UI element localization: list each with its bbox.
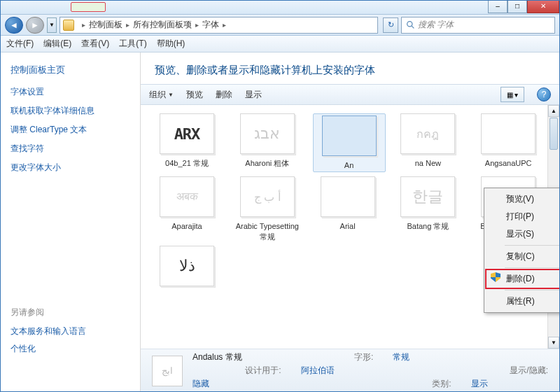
details-style-label: 字形: (301, 351, 374, 363)
font-thumbnail: अबक (160, 176, 214, 217)
minimize-button[interactable]: – (488, 0, 507, 13)
titlebar-ghost-highlight (71, 2, 106, 12)
sidebar: 控制面板主页 字体设置 联机获取字体详细信息 调整 ClearType 文本 查… (1, 52, 141, 392)
font-label: Aharoni 粗体 (245, 158, 289, 168)
details-design-label: 设计用于: (192, 365, 281, 377)
details-cat-label: 类别: (393, 378, 451, 390)
scroll-thumb[interactable] (550, 118, 558, 150)
details-cat-value: 显示 (471, 378, 549, 390)
font-thumbnail (481, 113, 536, 154)
font-item[interactable]: กคฎna New (393, 113, 463, 172)
font-item[interactable]: 한글Batang 常规 (393, 176, 463, 241)
shield-icon (491, 272, 500, 282)
maximize-button[interactable]: □ (507, 0, 527, 13)
menu-view[interactable]: 查看(V) (81, 38, 109, 50)
sidebar-link-cleartype[interactable]: 调整 ClearType 文本 (10, 124, 130, 136)
font-thumbnail: กคฎ (400, 113, 455, 154)
search-input[interactable]: 搜索 字体 (401, 17, 555, 34)
menu-tools[interactable]: 工具(T) (119, 38, 146, 50)
details-hide-value: 隐藏 (192, 378, 281, 390)
sidebar-links: 字体设置 联机获取字体详细信息 调整 ClearType 文本 查找字符 更改字… (10, 86, 130, 174)
svg-line-1 (412, 26, 414, 28)
font-label: An (344, 160, 354, 170)
details-hide-label: 显示/隐藏: (471, 365, 549, 377)
folder-icon (63, 20, 74, 31)
font-item[interactable]: ذلا (152, 246, 222, 290)
toolbar-organize[interactable]: 组织 ▼ (149, 89, 174, 101)
font-label: Aparajita (172, 221, 202, 231)
view-mode-button[interactable]: ▦ ▾ (500, 87, 524, 102)
details-design-value: 阿拉伯语 (301, 365, 374, 377)
see-also-text-services[interactable]: 文本服务和输入语言 (10, 326, 130, 337)
ctx-separator (505, 290, 560, 290)
crumb-all-items[interactable]: 所有控制面板项 (133, 19, 192, 31)
font-label: 04b_21 常规 (165, 158, 209, 168)
breadcrumb[interactable]: ▸ 控制面板 ▸ 所有控制面板项 ▸ 字体 ▸ (59, 17, 378, 34)
content-area: 预览、删除或者显示和隐藏计算机上安装的字体 组织 ▼ 预览 删除 显示 ▦ ▾ … (141, 52, 559, 392)
details-font-name: Andalus 常规 (192, 351, 281, 363)
window-controls: – □ ✕ (488, 0, 559, 13)
font-item[interactable]: أ ب جArabic Typesetting 常规 (232, 176, 302, 241)
menu-file[interactable]: 文件(F) (6, 38, 34, 50)
scroll-up-button[interactable]: ▲ (548, 105, 559, 117)
see-also-personalization[interactable]: 个性化 (10, 343, 130, 355)
menu-help[interactable]: 帮助(H) (157, 38, 186, 50)
forward-button[interactable]: ► (26, 17, 44, 34)
font-label: Batang 常规 (407, 221, 449, 231)
see-also-heading: 另请参阅 (10, 307, 130, 318)
font-label: Arial (340, 221, 356, 231)
font-item[interactable]: अबकAparajita (152, 176, 222, 241)
refresh-button[interactable]: ↻ (383, 18, 398, 33)
ctx-preview[interactable]: 预览(V) (486, 190, 560, 208)
font-item[interactable]: ARX04b_21 常规 (152, 113, 222, 172)
font-thumbnail (322, 115, 377, 156)
font-thumbnail: אבג (240, 113, 295, 154)
svg-point-0 (407, 22, 412, 27)
font-item[interactable]: אבגAharoni 粗体 (232, 113, 302, 172)
ctx-separator (505, 245, 560, 246)
font-label: na New (415, 158, 441, 168)
nav-history-dropdown[interactable]: ▼ (47, 18, 57, 33)
search-icon (406, 20, 415, 29)
font-label: Arabic Typesetting 常规 (234, 221, 301, 241)
sidebar-link-find-char[interactable]: 查找字符 (10, 143, 130, 155)
ctx-print[interactable]: 打印(P) (486, 208, 560, 225)
details-pane: ابج Andalus 常规 字形: 常规 设计用于: 阿拉伯语 显示/隐藏: … (141, 349, 559, 392)
sidebar-link-font-settings[interactable]: 字体设置 (10, 86, 130, 98)
ctx-show[interactable]: 显示(S) (486, 225, 560, 243)
font-thumbnail (321, 176, 375, 217)
help-button[interactable]: ? (537, 88, 551, 102)
see-also-links: 文本服务和输入语言 个性化 (10, 326, 130, 355)
font-item[interactable]: An (313, 113, 386, 172)
font-thumbnail: ARX (160, 113, 214, 154)
font-item[interactable]: Arial (313, 176, 383, 241)
back-button[interactable]: ◄ (5, 17, 23, 34)
ctx-copy[interactable]: 复制(C) (486, 248, 560, 265)
ctx-delete[interactable]: 删除(D) (486, 270, 560, 288)
menu-edit[interactable]: 编辑(E) (43, 38, 71, 50)
search-placeholder: 搜索 字体 (418, 19, 454, 31)
context-menu: 预览(V) 打印(P) 显示(S) 复制(C) 删除(D) 属性(R) (484, 188, 560, 313)
ctx-separator (505, 267, 560, 268)
content-header: 预览、删除或者显示和隐藏计算机上安装的字体 (141, 52, 559, 84)
crumb-control-panel[interactable]: 控制面板 (89, 19, 122, 31)
details-style-value: 常规 (393, 351, 451, 363)
toolbar-preview[interactable]: 预览 (186, 89, 203, 101)
details-thumbnail: ابج (152, 356, 183, 386)
scroll-down-button[interactable]: ▼ (548, 337, 559, 349)
crumb-fonts[interactable]: 字体 (202, 19, 219, 31)
ctx-properties[interactable]: 属性(R) (486, 293, 560, 310)
toolbar: 组织 ▼ 预览 删除 显示 ▦ ▾ ? (141, 84, 559, 105)
sidebar-link-font-size[interactable]: 更改字体大小 (10, 162, 130, 174)
font-label: AngsanaUPC (485, 158, 532, 168)
address-row: ◄ ► ▼ ▸ 控制面板 ▸ 所有控制面板项 ▸ 字体 ▸ ↻ 搜索 字体 (1, 15, 559, 36)
close-button[interactable]: ✕ (527, 0, 559, 13)
toolbar-show[interactable]: 显示 (245, 89, 262, 101)
sidebar-link-online-info[interactable]: 联机获取字体详细信息 (10, 105, 130, 117)
font-thumbnail: ذلا (160, 246, 214, 286)
sidebar-home-link[interactable]: 控制面板主页 (10, 64, 130, 76)
main: 控制面板主页 字体设置 联机获取字体详细信息 调整 ClearType 文本 查… (1, 52, 559, 392)
font-thumbnail: 한글 (400, 176, 455, 217)
font-item[interactable]: AngsanaUPC (473, 113, 543, 172)
toolbar-delete[interactable]: 删除 (216, 89, 232, 101)
